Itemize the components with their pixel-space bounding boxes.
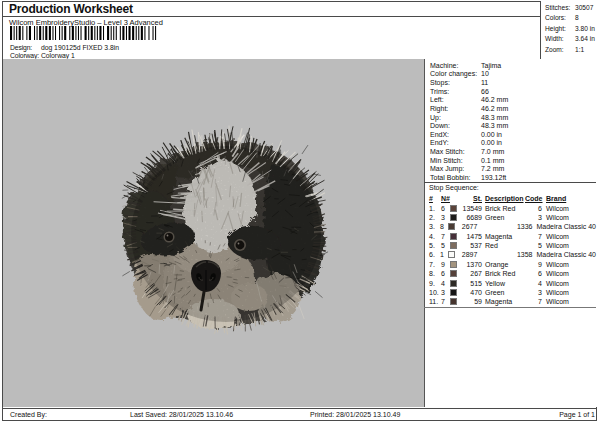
cell-stitches: 470 <box>461 289 482 296</box>
cell-description: Yellow <box>482 280 525 287</box>
cell-code: 5 <box>525 242 542 249</box>
spec-value: 0.00 in <box>481 139 502 146</box>
cell-swatch <box>450 233 461 240</box>
spec-label: EndY: <box>430 139 481 146</box>
spec-row: Trims:66 <box>425 87 597 96</box>
spec-label: Total Bobbin: <box>430 174 481 181</box>
cell-code: 7 <box>525 298 542 305</box>
cell-swatch <box>450 298 461 305</box>
thread-color-swatch <box>450 214 457 221</box>
cell-stitches: 267 <box>461 270 482 277</box>
cell-thread: 6 <box>441 205 450 212</box>
spec-label: Down: <box>430 122 481 129</box>
cell-brand: Madeira Classic 40 <box>532 251 596 258</box>
cell-thread: 5 <box>441 242 450 249</box>
cell-description: Brick Red <box>482 205 525 212</box>
table-row: 9.4515Yellow4Wilcom <box>424 278 596 287</box>
cell-thread: 3 <box>441 214 450 221</box>
title-divider <box>2 16 540 17</box>
spec-row: Total Bobbin:193.12ft <box>425 173 597 182</box>
spec-label: Left: <box>430 96 481 103</box>
cell-description: Green <box>482 214 525 221</box>
info-row: Height:3.80 in <box>541 25 597 35</box>
cell-description: Red <box>482 242 525 249</box>
cell-number: 10. <box>429 289 441 296</box>
spec-row: Color changes:10 <box>425 70 597 79</box>
stop-sequence-header: #N#St.DescriptionCodeBrand <box>424 194 596 203</box>
cell-code: 6 <box>525 270 542 277</box>
thread-color-swatch <box>450 280 457 287</box>
spec-row: Max Jump:7.2 mm <box>425 165 597 174</box>
cell-code: 1358 <box>517 251 533 258</box>
design-row: Design: dog 190125d FIXED 3.8in <box>10 44 119 51</box>
cell-description: Orange <box>482 261 525 268</box>
table-bottom-divider <box>424 307 596 308</box>
spec-row: EndY:0.00 in <box>425 139 597 148</box>
cell-code: 3 <box>525 289 542 296</box>
spec-value: 66 <box>481 88 489 95</box>
cell-swatch <box>450 205 461 212</box>
cell-thread: 4 <box>441 280 450 287</box>
cell-brand: Wilcom <box>542 233 569 240</box>
spec-label: Color changes: <box>430 70 481 77</box>
table-row: 11.759Magenta7Wilcom <box>424 297 596 306</box>
thread-color-swatch <box>448 251 455 258</box>
printed: Printed: 28/01/2025 13.10.49 <box>310 411 400 418</box>
info-value: 3.64 in <box>575 35 595 45</box>
col-number: # <box>429 195 441 202</box>
embroidered-dog-design <box>113 129 339 343</box>
cell-swatch <box>450 261 461 268</box>
thread-color-swatch <box>450 289 457 296</box>
info-label: Stitches: <box>545 4 575 14</box>
thread-color-swatch <box>450 298 457 305</box>
cell-stitches: 13549 <box>461 205 482 212</box>
cell-stitches: 59 <box>461 298 482 305</box>
cell-description: Brick Red <box>482 270 525 277</box>
table-row: 2.36689Green3Wilcom <box>424 213 596 222</box>
created-by-label: Created By: <box>10 411 47 418</box>
spec-value: 11 <box>481 79 488 86</box>
info-row: Colors:8 <box>541 14 597 24</box>
cell-swatch <box>450 242 461 249</box>
cell-swatch <box>448 223 458 230</box>
table-row: 6.128971358Madeira Classic 40 <box>424 250 596 259</box>
page-number: Page 1 of 1 <box>559 411 595 418</box>
spec-label: Right: <box>430 105 481 112</box>
cell-code: 7 <box>525 233 542 240</box>
last-saved: Last Saved: 28/01/2025 13.10.46 <box>130 411 233 418</box>
cell-thread: 3 <box>441 289 450 296</box>
cell-thread: 1 <box>440 251 448 258</box>
cell-swatch <box>450 270 461 277</box>
info-value: 1:1 <box>575 46 584 56</box>
col-brand: Brand <box>542 195 566 202</box>
info-label: Zoom: <box>545 46 575 56</box>
spec-value: 7.2 mm <box>481 165 504 172</box>
thread-color-swatch <box>450 261 457 268</box>
page-border-bottom <box>2 420 597 421</box>
cell-stitches: 2897 <box>458 251 477 258</box>
info-label: Height: <box>545 25 575 35</box>
cell-stitches: 6689 <box>461 214 482 221</box>
table-row: 7.91370Orange9Wilcom <box>424 260 596 269</box>
cell-thread: 8 <box>440 223 448 230</box>
stop-sequence-rows: 1.613549Brick Red6Wilcom2.36689Green3Wil… <box>424 204 596 307</box>
table-row: 8.6267Brick Red6Wilcom <box>424 269 596 278</box>
spec-label: Machine: <box>430 62 481 69</box>
spec-value: 193.12ft <box>481 174 506 181</box>
cell-description: Green <box>482 289 525 296</box>
table-row: 5.5537Red5Wilcom <box>424 241 596 250</box>
cell-description: Magenta <box>482 298 525 305</box>
spec-row: Stops:11 <box>425 78 597 87</box>
spec-value: 46.2 mm <box>481 105 508 112</box>
cell-thread: 7 <box>441 233 450 240</box>
spec-label: Max Stitch: <box>430 148 481 155</box>
cell-stitches: 537 <box>461 242 482 249</box>
cell-stitches: 1475 <box>461 233 482 240</box>
design-canvas <box>3 59 424 407</box>
colorway-label: Colorway: <box>10 52 39 59</box>
cell-brand: Wilcom <box>542 214 569 221</box>
info-label: Width: <box>545 35 575 45</box>
spec-row: Min Stitch:0.1 mm <box>425 156 597 165</box>
thread-color-swatch <box>450 205 457 212</box>
spec-row: Machine:Tajima <box>425 61 597 70</box>
